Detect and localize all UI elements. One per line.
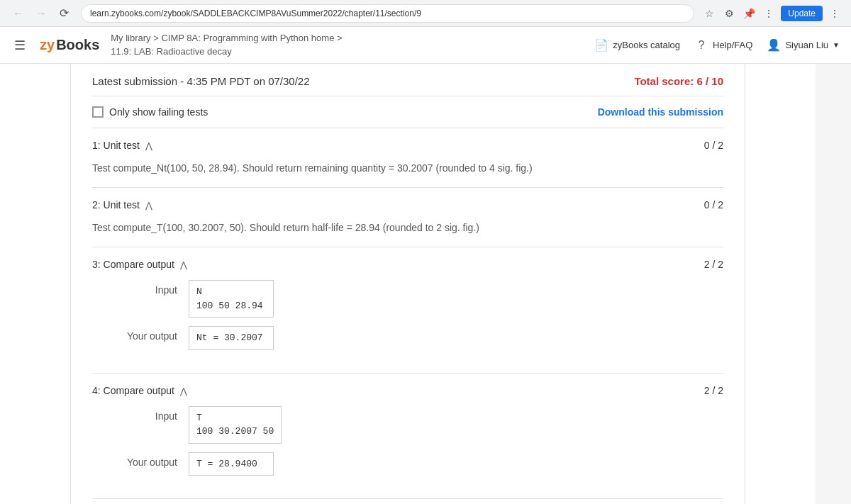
output-label-3: Your output xyxy=(92,326,177,342)
help-label: Help/FAQ xyxy=(713,40,752,50)
failing-tests-checkbox-label[interactable]: Only show failing tests xyxy=(92,106,208,118)
user-label: Siyuan Liu xyxy=(785,40,828,50)
failing-tests-checkbox[interactable] xyxy=(92,106,104,118)
help-link[interactable]: ? Help/FAQ xyxy=(694,38,752,52)
help-icon: ? xyxy=(694,38,708,52)
user-icon: 👤 xyxy=(767,38,781,52)
tests-container: 1: Unit test ⋀0 / 2Test compute_Nt(100, … xyxy=(92,128,723,499)
catalog-link[interactable]: 📄 zyBooks catalog xyxy=(594,38,680,52)
bookmark-icon[interactable]: ☆ xyxy=(701,6,717,21)
pin-icon[interactable]: 📌 xyxy=(741,6,757,21)
chevron-up-icon-4: ⋀ xyxy=(180,386,187,396)
chevron-up-icon-3: ⋀ xyxy=(180,260,187,270)
chevron-up-icon-1: ⋀ xyxy=(145,141,152,151)
header-right: 📄 zyBooks catalog ? Help/FAQ 👤 Siyuan Li… xyxy=(594,38,840,52)
submission-title: Latest submission - 4:35 PM PDT on 07/30… xyxy=(92,75,310,87)
test-title-3[interactable]: 3: Compare output ⋀ xyxy=(92,259,187,270)
app-header: ☰ zy Books My library > CIMP 8A: Program… xyxy=(0,27,851,64)
output-box-4: T = 28.9400 xyxy=(189,452,274,476)
extensions-icon[interactable]: ⚙ xyxy=(721,6,737,21)
chevron-up-icon-2: ⋀ xyxy=(145,201,152,211)
output-box-3: Nt = 30.2007 xyxy=(189,326,274,350)
hamburger-icon[interactable]: ☰ xyxy=(11,35,28,56)
submission-header: Latest submission - 4:35 PM PDT on 07/30… xyxy=(92,64,723,96)
test-score-3: 2 / 2 xyxy=(704,259,723,270)
compare-content-3: InputN 100 50 28.94Your outputNt = 30.20… xyxy=(92,280,723,373)
browser-nav-buttons: ← → ⟳ xyxy=(9,4,74,23)
catalog-icon: 📄 xyxy=(594,38,608,52)
test-header-1: 1: Unit test ⋀0 / 2 xyxy=(92,128,723,161)
compare-content-4: InputT 100 30.2007 50Your outputT = 28.9… xyxy=(92,406,723,499)
output-row-3: Your outputNt = 30.2007 xyxy=(92,326,723,350)
test-score-2: 0 / 2 xyxy=(704,199,723,211)
test-header-4: 4: Compare output ⋀2 / 2 xyxy=(92,374,723,406)
input-row-4: InputT 100 30.2007 50 xyxy=(92,406,723,444)
input-label-3: Input xyxy=(92,280,177,296)
left-sidebar xyxy=(0,64,71,504)
test-section-1: 1: Unit test ⋀0 / 2Test compute_Nt(100, … xyxy=(92,128,723,188)
test-description-2: Test compute_T(100, 30.2007, 50). Should… xyxy=(92,220,723,247)
breadcrumb-line2: 11.9: LAB: Radioactive decay xyxy=(111,45,342,58)
content-area: Latest submission - 4:35 PM PDT on 07/30… xyxy=(71,64,745,504)
input-row-3: InputN 100 50 28.94 xyxy=(92,280,723,318)
breadcrumb-line1: My library > CIMP 8A: Programming with P… xyxy=(111,32,342,45)
failing-tests-label: Only show failing tests xyxy=(109,106,208,118)
back-button[interactable]: ← xyxy=(9,4,28,23)
controls-row: Only show failing tests Download this su… xyxy=(92,96,723,128)
output-label-4: Your output xyxy=(92,452,177,468)
test-score-4: 2 / 2 xyxy=(704,385,723,396)
breadcrumb: My library > CIMP 8A: Programming with P… xyxy=(111,32,342,57)
test-section-2: 2: Unit test ⋀0 / 2Test compute_T(100, 3… xyxy=(92,188,723,247)
test-title-1[interactable]: 1: Unit test ⋀ xyxy=(92,140,152,151)
logo: zy Books xyxy=(40,37,99,53)
input-box-3: N 100 50 28.94 xyxy=(189,280,274,318)
reload-button[interactable]: ⟳ xyxy=(54,4,74,23)
chevron-down-icon: ▼ xyxy=(833,41,840,49)
user-menu[interactable]: 👤 Siyuan Liu ▼ xyxy=(767,38,840,52)
update-button[interactable]: Update xyxy=(781,6,823,21)
download-link[interactable]: Download this submission xyxy=(598,106,723,118)
output-row-4: Your outputT = 28.9400 xyxy=(92,452,723,476)
browser-chrome: ← → ⟳ ☆ ⚙ 📌 ⋮ Update ⋮ xyxy=(0,0,851,27)
total-score: Total score: 6 / 10 xyxy=(634,75,723,87)
test-title-2[interactable]: 2: Unit test ⋀ xyxy=(92,199,152,211)
test-header-2: 2: Unit test ⋀0 / 2 xyxy=(92,188,723,220)
browser-action-icons: ☆ ⚙ 📌 ⋮ Update ⋮ xyxy=(701,6,842,21)
main-wrapper: Latest submission - 4:35 PM PDT on 07/30… xyxy=(0,64,851,504)
logo-books: Books xyxy=(56,37,99,53)
address-bar[interactable] xyxy=(81,4,694,23)
test-section-4: 4: Compare output ⋀2 / 2InputT 100 30.20… xyxy=(92,374,723,500)
menu-dots-icon[interactable]: ⋮ xyxy=(827,6,842,21)
forward-button[interactable]: → xyxy=(31,4,51,23)
test-score-1: 0 / 2 xyxy=(704,140,723,151)
input-box-4: T 100 30.2007 50 xyxy=(189,406,282,444)
test-title-4[interactable]: 4: Compare output ⋀ xyxy=(92,385,187,396)
test-header-3: 3: Compare output ⋀2 / 2 xyxy=(92,247,723,280)
more-icon[interactable]: ⋮ xyxy=(761,6,777,21)
logo-zy: zy xyxy=(40,37,55,53)
catalog-label: zyBooks catalog xyxy=(613,40,680,50)
test-section-3: 3: Compare output ⋀2 / 2InputN 100 50 28… xyxy=(92,247,723,374)
test-description-1: Test compute_Nt(100, 50, 28.94). Should … xyxy=(92,161,723,187)
input-label-4: Input xyxy=(92,406,177,422)
right-sidebar xyxy=(745,64,816,504)
